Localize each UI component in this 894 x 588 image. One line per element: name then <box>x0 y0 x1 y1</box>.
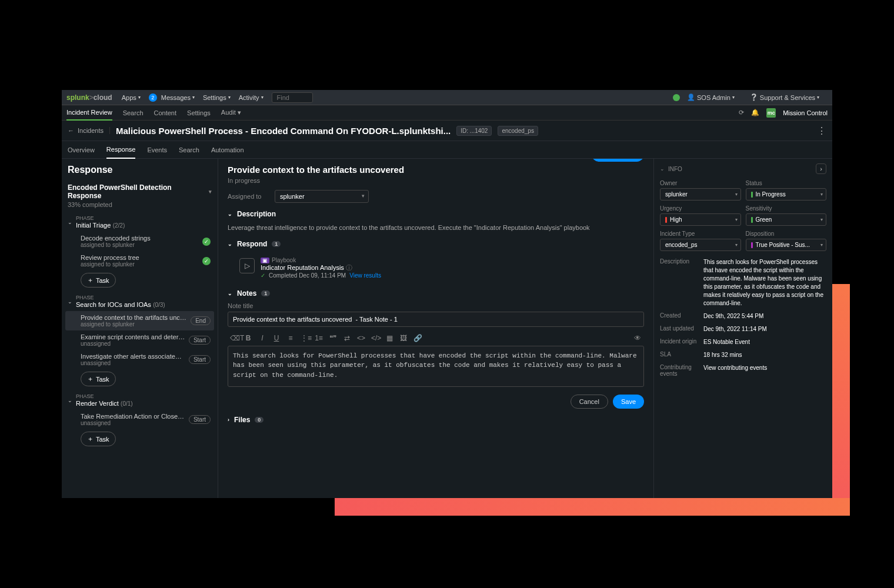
check-icon: ✓ <box>261 272 265 279</box>
status-select[interactable]: In Progress <box>746 188 827 201</box>
start-task-button[interactable]: Start <box>189 355 211 364</box>
phase-initial-triage[interactable]: ⌄ PHASE Initial Triage (2/2) <box>65 213 214 232</box>
nav-messages[interactable]: 2Messages▾ <box>149 93 195 102</box>
app-window: splunk>cloud Apps▾ 2Messages▾ Settings▾ … <box>62 90 832 498</box>
note-title-input[interactable] <box>228 312 644 327</box>
run-playbook-button[interactable]: ▷ <box>239 258 255 273</box>
status-indicator-icon <box>673 94 680 101</box>
assigned-to-select[interactable]: splunker <box>275 190 369 203</box>
response-sidebar: Response Encoded PowerShell Detection Re… <box>62 159 218 498</box>
add-task-button[interactable]: ＋ Task <box>81 273 116 288</box>
bell-icon[interactable]: 🔔 <box>751 109 759 116</box>
files-section-toggle[interactable]: ›Files0 <box>228 416 644 424</box>
underline-icon[interactable]: U <box>272 334 281 342</box>
bold-icon[interactable]: B <box>244 334 252 342</box>
top-nav: splunk>cloud Apps▾ 2Messages▾ Settings▾ … <box>62 90 832 105</box>
info-panel: ⌄ INFO › Owner splunker Status In Progre… <box>653 159 832 498</box>
subnav-incident-review[interactable]: Incident Review <box>66 105 112 121</box>
indent-icon[interactable]: ⇄ <box>343 334 351 342</box>
add-task-button[interactable]: ＋ Task <box>81 372 116 386</box>
tab-search[interactable]: Search <box>179 142 199 158</box>
check-icon: ✓ <box>202 257 211 265</box>
quote-icon[interactable]: ❝❞ <box>329 334 337 342</box>
urgency-select[interactable]: High <box>660 213 741 226</box>
info-icon[interactable]: ⓘ <box>346 264 352 271</box>
start-task-button[interactable]: Start <box>189 336 211 345</box>
align-icon[interactable]: ≡ <box>286 334 295 342</box>
notes-section-toggle[interactable]: ⌄Notes1 <box>228 289 644 298</box>
task-decode-strings[interactable]: Decode encoded stringsassigned to splunk… <box>65 232 214 251</box>
owner-select[interactable]: splunker <box>660 188 741 201</box>
task-investigate-alerts[interactable]: Investigate other alerts associated with… <box>65 350 214 369</box>
task-provide-context[interactable]: Provide context to the artifacts uncover… <box>65 311 214 330</box>
task-remediation[interactable]: Take Remediation Action or Close Inciden… <box>65 410 214 429</box>
rte-toolbar: ⌫T B I U ≡ ⋮≡ 1≡ ❝❞ ⇄ <> </> ▦ 🖼 🔗 👁 <box>228 330 644 346</box>
mission-control-label: Mission Control <box>783 109 828 116</box>
refresh-icon[interactable]: ⟳ <box>739 109 744 116</box>
start-task-button[interactable]: Start <box>189 415 211 424</box>
add-task-button[interactable]: ＋ Task <box>81 432 116 446</box>
incident-tabs: Overview Response Events Search Automati… <box>62 141 832 159</box>
preview-icon[interactable]: 👁 <box>633 334 642 342</box>
tab-overview[interactable]: Overview <box>68 142 95 158</box>
respond-section-toggle[interactable]: ⌄Respond1 <box>228 240 644 248</box>
task-examine-script[interactable]: Examine script contents and determine i.… <box>65 330 214 350</box>
nav-settings[interactable]: Settings▾ <box>203 94 231 101</box>
user-menu[interactable]: 👤 SOS Admin▾ <box>687 93 735 101</box>
description-section-toggle[interactable]: ⌄Description <box>228 210 644 218</box>
image-icon[interactable]: 🖼 <box>399 334 408 342</box>
add-response-button[interactable]: ＋ Response <box>592 159 644 162</box>
tab-response[interactable]: Response <box>106 141 136 159</box>
disposition-select[interactable]: True Positive - Sus... <box>746 239 827 251</box>
code-icon[interactable]: <> <box>357 334 365 342</box>
link-icon[interactable]: 🔗 <box>413 334 422 342</box>
view-contributing-events-link[interactable]: View contributing events <box>703 364 767 377</box>
subnav-settings[interactable]: Settings <box>187 106 211 120</box>
check-icon: ✓ <box>202 238 211 246</box>
task-status: In progress <box>228 177 404 184</box>
tab-events[interactable]: Events <box>147 142 167 158</box>
phase-render-verdict[interactable]: ⌄ PHASE Render Verdict (0/1) <box>65 391 214 410</box>
bullet-list-icon[interactable]: ⋮≡ <box>301 334 309 342</box>
table-icon[interactable]: ▦ <box>385 334 393 342</box>
nav-activity[interactable]: Activity▾ <box>239 94 263 101</box>
description-text: Leverage threat intelligence to provide … <box>228 223 644 233</box>
phase-search-iocs[interactable]: ⌄ PHASE Search for IOCs and IOAs (0/3) <box>65 292 214 311</box>
subnav-search[interactable]: Search <box>123 106 144 120</box>
breadcrumb-bar: ← Incidents Malicious PowerShell Process… <box>62 121 832 141</box>
cancel-button[interactable]: Cancel <box>571 395 608 409</box>
response-plan-select[interactable]: Encoded PowerShell Detection Response ▾ <box>65 180 214 201</box>
back-to-incidents[interactable]: ← Incidents <box>68 127 110 134</box>
mc-badge: mc <box>766 108 776 118</box>
save-button[interactable]: Save <box>613 395 644 409</box>
note-body-input[interactable] <box>228 346 644 387</box>
chevron-down-icon: ⌄ <box>68 397 72 403</box>
end-task-button[interactable]: End <box>191 316 211 325</box>
numbered-list-icon[interactable]: 1≡ <box>315 334 323 342</box>
note-title-label: Note title <box>228 302 644 309</box>
chevron-down-icon: ⌄ <box>68 299 72 305</box>
sensitivity-select[interactable]: Green <box>746 213 827 226</box>
find-input[interactable] <box>272 92 313 103</box>
playbook-name: Indicator Reputation Analysis ⓘ <box>261 263 381 272</box>
tab-automation[interactable]: Automation <box>211 142 244 158</box>
incident-id-chip: ID: ...1402 <box>456 126 492 136</box>
view-results-link[interactable]: View results <box>349 272 381 279</box>
clear-format-icon[interactable]: ⌫T <box>230 334 238 342</box>
nav-apps[interactable]: Apps▾ <box>122 94 141 101</box>
italic-icon[interactable]: I <box>258 334 266 342</box>
support-menu[interactable]: ❔ Support & Services▾ <box>750 93 819 101</box>
task-detail-panel: Provide context to the artifacts uncover… <box>218 159 653 498</box>
subnav-content[interactable]: Content <box>154 106 177 120</box>
task-title: Provide context to the artifacts uncover… <box>228 165 404 175</box>
more-actions-icon[interactable]: ⋮ <box>817 125 826 136</box>
collapse-info-icon[interactable]: › <box>816 163 826 174</box>
incident-tag-chip: encoded_ps <box>498 126 538 136</box>
incident-title: Malicious PowerShell Process - Encoded C… <box>116 126 451 136</box>
logo: splunk>cloud <box>66 93 112 102</box>
subnav-audit[interactable]: Audit ▾ <box>221 105 241 120</box>
incident-type-select[interactable]: encoded_ps <box>660 239 741 251</box>
task-review-process-tree[interactable]: Review process treeassigned to splunker … <box>65 251 214 270</box>
sub-nav: Incident Review Search Content Settings … <box>62 105 832 121</box>
codeblock-icon[interactable]: </> <box>371 334 379 342</box>
